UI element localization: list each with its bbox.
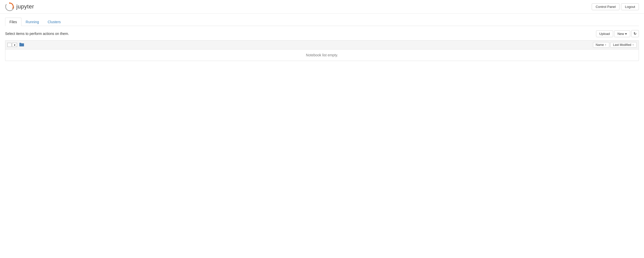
svg-point-0 bbox=[6, 3, 14, 11]
new-folder-button[interactable] bbox=[19, 43, 24, 47]
file-list-header: ▾ Name ↑ Last Modified ↑ bbox=[5, 41, 639, 49]
select-dropdown-button[interactable]: ▾ bbox=[12, 43, 17, 47]
header-buttons: Control Panel Logout bbox=[592, 3, 639, 10]
main-content: Files Running Clusters Select items to p… bbox=[0, 14, 644, 65]
last-modified-sort-arrow-icon: ↑ bbox=[632, 43, 634, 47]
name-sort-arrow-icon: ↑ bbox=[605, 43, 606, 47]
select-all-checkbox[interactable] bbox=[7, 43, 11, 47]
toolbar-actions: Upload New ▾ ↻ bbox=[596, 30, 639, 37]
svg-point-1 bbox=[9, 3, 10, 4]
file-list-container: ▾ Name ↑ Last Modified ↑ Notebook list e… bbox=[5, 40, 639, 61]
upload-button[interactable]: Upload bbox=[596, 30, 613, 37]
empty-notebook-list-message: Notebook list empty. bbox=[5, 49, 639, 61]
new-button[interactable]: New ▾ bbox=[614, 30, 630, 37]
tab-files[interactable]: Files bbox=[5, 18, 21, 26]
tabs-bar: Files Running Clusters bbox=[5, 18, 639, 26]
select-hint-text: Select items to perform actions on them. bbox=[5, 32, 69, 36]
tab-clusters[interactable]: Clusters bbox=[43, 18, 65, 26]
tab-running[interactable]: Running bbox=[21, 18, 43, 26]
logo-area: jupyter bbox=[5, 2, 34, 11]
app-title: jupyter bbox=[16, 3, 34, 10]
select-all-area: ▾ bbox=[7, 43, 17, 47]
refresh-button[interactable]: ↻ bbox=[631, 30, 639, 37]
control-panel-button[interactable]: Control Panel bbox=[592, 3, 620, 10]
header: jupyter Control Panel Logout bbox=[0, 0, 644, 14]
new-dropdown-arrow-icon: ▾ bbox=[625, 32, 627, 36]
folder-icon bbox=[19, 43, 24, 47]
sort-by-name-button[interactable]: Name ↑ bbox=[593, 42, 609, 48]
sort-by-last-modified-button[interactable]: Last Modified ↑ bbox=[610, 42, 637, 48]
logout-button[interactable]: Logout bbox=[621, 3, 639, 10]
jupyter-logo-icon bbox=[5, 2, 14, 11]
sort-buttons: Name ↑ Last Modified ↑ bbox=[593, 42, 637, 48]
toolbar-row: Select items to perform actions on them.… bbox=[5, 30, 639, 37]
